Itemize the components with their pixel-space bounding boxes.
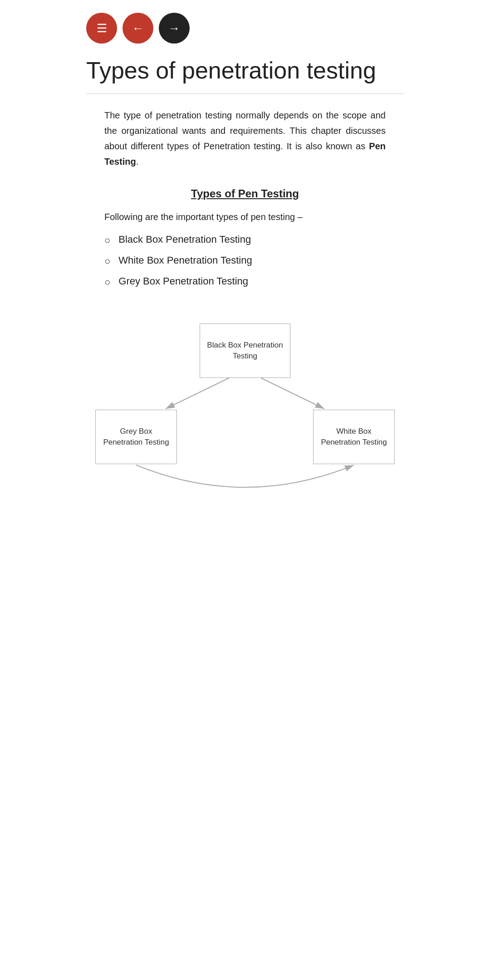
back-icon: ← — [132, 21, 144, 35]
section-heading: Types of Pen Testing — [104, 187, 386, 200]
pen-testing-list: ○ Black Box Penetration Testing ○ White … — [68, 229, 422, 305]
top-navigation: ☰ ← → — [68, 0, 422, 53]
grey-box-diagram: Grey Box Penetration Testing — [95, 410, 177, 464]
grey-box-label: Grey Box Penetration Testing — [100, 426, 172, 448]
intro-paragraph: The type of penetration testing normally… — [68, 108, 422, 178]
page-title: Types of penetration testing — [68, 53, 422, 93]
menu-button[interactable]: ☰ — [86, 13, 117, 44]
bullet-2: ○ — [104, 255, 110, 267]
divider — [86, 93, 404, 94]
list-item: ○ White Box Penetration Testing — [104, 255, 386, 267]
diagram-container: Black Box Penetration Testing Grey Box P… — [95, 319, 395, 491]
list-item-1-text: Black Box Penetration Testing — [118, 234, 251, 245]
intro-text: The type of penetration testing normally… — [104, 110, 386, 151]
list-item-2-text: White Box Penetration Testing — [118, 255, 252, 266]
black-box-label: Black Box Penetration Testing — [205, 340, 285, 362]
black-box-diagram: Black Box Penetration Testing — [200, 323, 290, 378]
svg-line-3 — [166, 378, 229, 409]
list-item: ○ Grey Box Penetration Testing — [104, 275, 386, 288]
menu-icon: ☰ — [97, 21, 107, 35]
white-box-diagram: White Box Penetration Testing — [313, 410, 395, 464]
sub-text: Following are the important types of pen… — [68, 209, 422, 229]
bullet-3: ○ — [104, 276, 110, 288]
white-box-label: White Box Penetration Testing — [318, 426, 390, 448]
back-button[interactable]: ← — [122, 13, 153, 44]
list-item: ○ Black Box Penetration Testing — [104, 234, 386, 246]
list-item-3-text: Grey Box Penetration Testing — [118, 275, 248, 287]
svg-line-4 — [261, 378, 324, 409]
forward-button[interactable]: → — [159, 13, 190, 44]
bullet-1: ○ — [104, 235, 110, 246]
period: . — [136, 157, 139, 167]
forward-icon: → — [168, 21, 180, 35]
